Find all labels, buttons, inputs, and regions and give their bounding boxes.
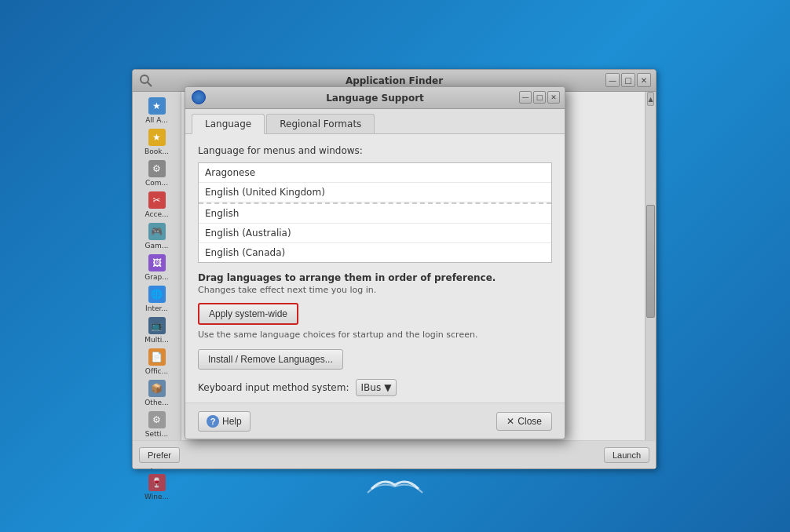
language-list: Aragonese English (United Kingdom) Engli… [198, 162, 552, 263]
office-icon: 📄 [148, 348, 166, 366]
sidebar-item-settings[interactable]: ⚙ Setti... [133, 409, 181, 440]
svg-point-0 [141, 75, 148, 83]
apply-btn-container: Apply system-wide [198, 303, 552, 325]
lang-item-english-uk[interactable]: English (United Kingdom) [199, 183, 551, 202]
lang-footer: ? Help ✕ Close [185, 403, 565, 439]
sidebar-item-wine-label: Wine... [144, 493, 169, 501]
scroll-up-arrow: ▲ [648, 96, 653, 103]
scroll-thumb[interactable] [646, 205, 655, 318]
dropdown-arrow-icon: ▼ [384, 382, 391, 393]
multi-icon: 📺 [148, 317, 166, 334]
sidebar-item-wine[interactable]: 🍷 Wine... [133, 472, 181, 503]
games-icon: 🎮 [148, 223, 166, 240]
drag-hint: Drag languages to arrange them in order … [198, 272, 552, 283]
help-circle-icon: ? [207, 415, 219, 428]
lang-restore-btn[interactable]: □ [533, 91, 546, 104]
ibus-dropdown[interactable]: IBus ▼ [356, 379, 397, 396]
lang-tabs-bar: Language Regional Formats [185, 109, 565, 134]
sidebar-item-acce[interactable]: ✂ Acce... [133, 189, 181, 220]
internet-icon: 🌐 [148, 286, 166, 303]
sidebar-item-all[interactable]: ★ All A... [133, 95, 181, 126]
sidebar-item-bookmarks-label: Book... [144, 148, 169, 155]
app-finder-minimize-btn[interactable]: — [605, 73, 620, 87]
settings-icon: ⚙ [148, 411, 166, 428]
sidebar-item-games-label: Gam... [145, 242, 169, 250]
lang-content: Language for menus and windows: Aragones… [185, 134, 565, 407]
app-finder-title: Application Finder [346, 75, 443, 86]
app-finder-footer: Prefer Launch [133, 440, 656, 468]
close-icon: ✕ [507, 416, 514, 427]
sidebar-item-graphics[interactable]: 🖼 Grap... [133, 252, 181, 283]
sidebar-item-all-label: All A... [145, 116, 168, 124]
launch-button[interactable]: Launch [604, 447, 649, 463]
close-label: Close [518, 416, 542, 427]
section-label: Language for menus and windows: [198, 145, 552, 156]
all-icon: ★ [148, 97, 166, 115]
svg-line-1 [148, 82, 152, 86]
lang-support-win-controls: — □ ✕ [519, 91, 560, 104]
wine-icon: 🍷 [148, 474, 166, 491]
apply-hint: Use the same language choices for startu… [198, 330, 552, 340]
sidebar-item-comp-label: Com... [145, 179, 168, 187]
lang-support-title-text: Language Support [326, 93, 424, 104]
help-button[interactable]: ? Help [198, 411, 251, 432]
sidebar-item-graphics-label: Grap... [144, 273, 169, 281]
tab-language[interactable]: Language [192, 114, 265, 134]
ibus-value: IBus [361, 382, 382, 393]
lang-support-titlebar: Language Support — □ ✕ [185, 87, 565, 109]
content-scrollbar[interactable]: ▲ ▼ [645, 92, 656, 468]
acce-icon: ✂ [148, 191, 166, 209]
install-btn-container: Install / Remove Languages... [198, 349, 552, 379]
app-finder-window-controls: — □ ✕ [605, 73, 651, 87]
bookmarks-icon: ★ [148, 129, 166, 146]
lang-item-english-au[interactable]: English (Australia) [199, 224, 551, 243]
app-finder-sidebar: ★ All A... ★ Book... ⚙ Com... ✂ Acce... … [133, 92, 181, 468]
app-finder-close-btn[interactable]: ✕ [637, 73, 651, 87]
help-label: Help [222, 416, 242, 427]
desktop-logo [364, 469, 426, 501]
close-button[interactable]: ✕ Close [496, 412, 552, 431]
sidebar-item-other[interactable]: 📦 Othe... [133, 377, 181, 409]
sidebar-item-multi-label: Multi... [144, 336, 169, 344]
lang-close-btn[interactable]: ✕ [547, 91, 560, 104]
sidebar-item-comp[interactable]: ⚙ Com... [133, 158, 181, 189]
language-support-dialog: Language Support — □ ✕ Language Regional… [185, 86, 565, 439]
graphics-icon: 🖼 [148, 254, 166, 271]
app-finder-maximize-btn[interactable]: □ [621, 73, 635, 87]
lang-support-title-icon [192, 90, 207, 106]
sidebar-item-internet-label: Inter... [145, 304, 168, 312]
drag-hint-sub: Changes take effect next time you log in… [198, 285, 552, 295]
search-icon [139, 74, 153, 88]
other-icon: 📦 [148, 380, 166, 397]
install-remove-button[interactable]: Install / Remove Languages... [198, 349, 343, 370]
keyboard-input-row: Keyboard input method system: IBus ▼ [198, 379, 552, 396]
lang-item-english-ca[interactable]: English (Canada) [199, 243, 551, 262]
sidebar-item-games[interactable]: 🎮 Gam... [133, 220, 181, 252]
sidebar-item-settings-label: Setti... [145, 430, 168, 438]
sidebar-item-internet[interactable]: 🌐 Inter... [133, 283, 181, 315]
sidebar-item-bookmarks[interactable]: ★ Book... [133, 126, 181, 158]
tab-regional-formats[interactable]: Regional Formats [266, 114, 375, 133]
sidebar-item-office-label: Offic... [145, 367, 168, 375]
sidebar-item-acce-label: Acce... [144, 210, 168, 218]
sidebar-item-other-label: Othe... [144, 399, 168, 406]
globe-title-icon [192, 90, 206, 104]
sidebar-item-multi[interactable]: 📺 Multi... [133, 315, 181, 346]
scroll-up-btn[interactable]: ▲ [647, 92, 654, 106]
keyboard-label: Keyboard input method system: [198, 382, 349, 393]
sidebar-item-office[interactable]: 📄 Offic... [133, 346, 181, 377]
prefer-button[interactable]: Prefer [139, 447, 180, 463]
lang-minimize-btn[interactable]: — [519, 91, 532, 104]
comp-icon: ⚙ [148, 160, 166, 177]
lang-item-aragonese[interactable]: Aragonese [199, 163, 551, 183]
lang-item-english[interactable]: English [199, 202, 551, 224]
apply-system-wide-button[interactable]: Apply system-wide [198, 303, 298, 325]
